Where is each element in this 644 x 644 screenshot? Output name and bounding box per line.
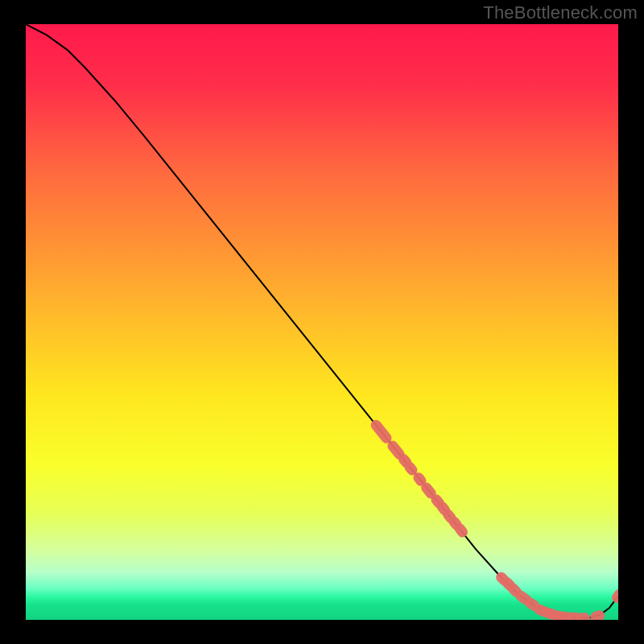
watermark-text: TheBottleneck.com bbox=[483, 2, 638, 23]
chart-svg bbox=[26, 24, 618, 620]
chart-frame: TheBottleneck.com bbox=[0, 0, 644, 644]
plot-area bbox=[26, 24, 618, 620]
chart-background bbox=[26, 24, 618, 620]
